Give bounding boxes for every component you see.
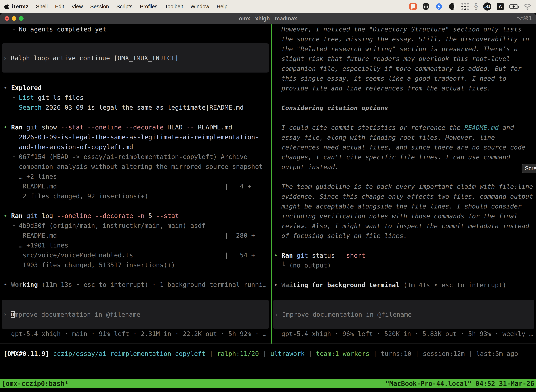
terminal-line: • Ran git log --oneline --decorate -n 5 … xyxy=(4,211,271,221)
terminal-line: gpt-5.4 xhigh · main · 91% left · 2.31M … xyxy=(4,329,271,339)
dots-grid-icon[interactable] xyxy=(461,3,469,10)
wifi-icon[interactable] xyxy=(523,3,531,10)
terminal-line: README.md | 280 + xyxy=(4,231,271,240)
percent-badge-icon[interactable]: ..61 xyxy=(483,2,491,10)
menu-items: iTerm2ShellEditViewSessionScriptsProfile… xyxy=(9,4,231,9)
iterm2-window: omx --xhigh --madmax ⌥⌘1 └ No agents com… xyxy=(0,13,536,392)
prompt-input[interactable]: › Ralph loop active continue [OMX_TMUX_I… xyxy=(2,43,269,73)
terminal-line: 2 files changed, 92 insertions(+) xyxy=(4,191,271,201)
terminal-line: └ 4b9d30f (origin/main, instructkr/main,… xyxy=(4,221,271,231)
terminal-line: • Ran git status --short xyxy=(274,251,536,261)
terminal-line: Considering citation options xyxy=(274,103,536,113)
terminal-line: output instead. xyxy=(274,162,536,172)
blue-bolt-badge-icon[interactable] xyxy=(435,2,443,10)
terminal-line: • Waiting for background terminal (1m 41… xyxy=(274,280,536,290)
terminal-line: The team guideline is to back every impo… xyxy=(274,182,536,191)
terminal-line: src/voice/voiceModeEnabled.ts | 54 + xyxy=(4,250,271,260)
menu-item-shell[interactable]: Shell xyxy=(32,4,51,9)
terminal-line: └ List git ls-files xyxy=(4,93,271,103)
tab-shortcut-label: ⌥⌘1 xyxy=(517,15,532,22)
battery-charging-icon[interactable] xyxy=(509,5,518,9)
terminal-line: might be acceptable alongside the file l… xyxy=(274,201,536,211)
spacer xyxy=(274,172,536,182)
zoom-button[interactable] xyxy=(19,16,24,21)
spacer xyxy=(274,290,536,300)
menu-item-help[interactable]: Help xyxy=(213,4,231,9)
terminal-line: └ No agents completed yet xyxy=(4,24,271,34)
terminal-line: README.md | 4 + xyxy=(4,182,271,191)
squiggle-icon[interactable]: § xyxy=(474,3,478,10)
terminal-line: references need actual files, and since … xyxy=(274,142,536,152)
terminal-line: … +1901 lines xyxy=(4,240,271,250)
spacer xyxy=(274,113,536,123)
terminal-line: slight risk that future readers may over… xyxy=(274,54,536,64)
spacer xyxy=(4,112,271,122)
terminal-line: │ 2026-03-09-is-legal-the-same-as-legiti… xyxy=(4,132,271,142)
menu-item-view[interactable]: View xyxy=(68,4,86,9)
menu-item-iterm2[interactable]: iTerm2 xyxy=(9,4,32,9)
terminal-line: │ and-the-erosion-of-copyleft.md xyxy=(4,142,271,152)
window-title: omx --xhigh --madmax xyxy=(239,15,297,22)
terminal-line: review. Also, I might want to inspect th… xyxy=(274,221,536,231)
menu-item-toolbelt[interactable]: Toolbelt xyxy=(161,4,187,9)
close-button[interactable] xyxy=(5,16,9,21)
spacer xyxy=(274,270,536,280)
menu-item-scripts[interactable]: Scripts xyxy=(113,4,136,9)
terminal-line: the source tree, missing the essay. Stil… xyxy=(274,34,536,44)
prompt-input[interactable]: › Improve documentation in @filename xyxy=(2,300,269,329)
terminal-line: the "Related research writing" section i… xyxy=(274,44,536,54)
terminal-line: essay file, along with finding root file… xyxy=(274,133,536,142)
terminal-line: gpt-5.4 xhigh · 96% left · 520K in · 5.8… xyxy=(274,329,536,339)
traffic-lights xyxy=(5,16,24,21)
terminal-line: provide file and line references from th… xyxy=(274,84,536,93)
right-pane: However, I noticed the "Directory Struct… xyxy=(272,24,536,344)
tmux-host-clock-label: "MacBook-Pro-44.local" 04:52 31-Mar-26 xyxy=(385,380,534,387)
terminal-line: of focusing solely on file lines. xyxy=(274,231,536,241)
terminal-line: However, I noticed the "Directory Struct… xyxy=(274,24,536,34)
spacer xyxy=(274,93,536,103)
omx-status-bar: [OMX#0.11.9] cczip/essay/ai-reimplementa… xyxy=(0,344,536,379)
terminal-line: └ (no output) xyxy=(274,261,536,270)
spacer xyxy=(274,241,536,251)
terminal-line: companion file, especially if more comme… xyxy=(274,64,536,74)
tmux-status-bar: [omx-cczip0:bash* "MacBook-Pro-44.local"… xyxy=(0,379,536,388)
letter-a-app-icon[interactable]: A xyxy=(497,3,504,10)
spacer xyxy=(4,201,271,211)
spacer xyxy=(4,34,271,43)
screen-share-tooltip[interactable]: Scre xyxy=(522,164,536,173)
terminal-line: └ 067f154 (HEAD -> essay/ai-reimplementa… xyxy=(4,152,271,162)
terminal-line: evidence. Since this change only affects… xyxy=(274,191,536,201)
minimize-button[interactable] xyxy=(12,16,16,21)
macos-menu-bar: iTerm2ShellEditViewSessionScriptsProfile… xyxy=(0,0,536,13)
terminal-line: this single essay, it seems like a good … xyxy=(274,74,536,84)
terminal-line: companion analysis without altering the … xyxy=(4,162,271,172)
terminal-line: Search 2026-03-09-is-legal-the-same-as-l… xyxy=(4,103,271,112)
tmux-session-label: [omx-cczip0:bash* xyxy=(2,380,68,387)
menu-item-window[interactable]: Window xyxy=(187,4,213,9)
spacer xyxy=(4,73,271,83)
spacer xyxy=(4,289,271,300)
menu-item-edit[interactable]: Edit xyxy=(51,4,68,9)
menu-item-profiles[interactable]: Profiles xyxy=(136,4,161,9)
terminal-line: changes, I can't cite specific file line… xyxy=(274,152,536,162)
terminal-bottom-padding xyxy=(0,388,536,392)
terminal-line: I could cite commit statistics or refere… xyxy=(274,123,536,133)
menu-bar-status-icons: § ..61 A xyxy=(409,2,532,10)
terminal-line: including verification notes with those … xyxy=(274,211,536,221)
dark-crescent-icon[interactable] xyxy=(448,3,456,10)
terminal-line: … +2 lines xyxy=(4,172,271,182)
prompt-input[interactable]: › Improve documentation in @filename xyxy=(273,300,534,329)
window-title-bar[interactable]: omx --xhigh --madmax ⌥⌘1 xyxy=(0,13,536,24)
left-pane: └ No agents completed yet› Ralph loop ac… xyxy=(0,24,271,344)
spacer xyxy=(4,270,271,280)
apple-logo-icon[interactable] xyxy=(4,3,9,10)
tmux-panes: └ No agents completed yet› Ralph loop ac… xyxy=(0,24,536,344)
terminal-line: • Explored xyxy=(4,83,271,93)
chat-app-icon[interactable] xyxy=(409,3,417,10)
terminal-line: • Ran git show --stat --oneline --decora… xyxy=(4,122,271,132)
terminal-line: • Working (11m 13s • esc to interrupt) ·… xyxy=(4,280,271,289)
terminal-line: 1903 files changed, 513517 insertions(+) xyxy=(4,260,271,270)
shield-grid-icon[interactable] xyxy=(422,2,430,10)
bolt-glyph xyxy=(512,5,515,8)
menu-item-session[interactable]: Session xyxy=(86,4,113,9)
